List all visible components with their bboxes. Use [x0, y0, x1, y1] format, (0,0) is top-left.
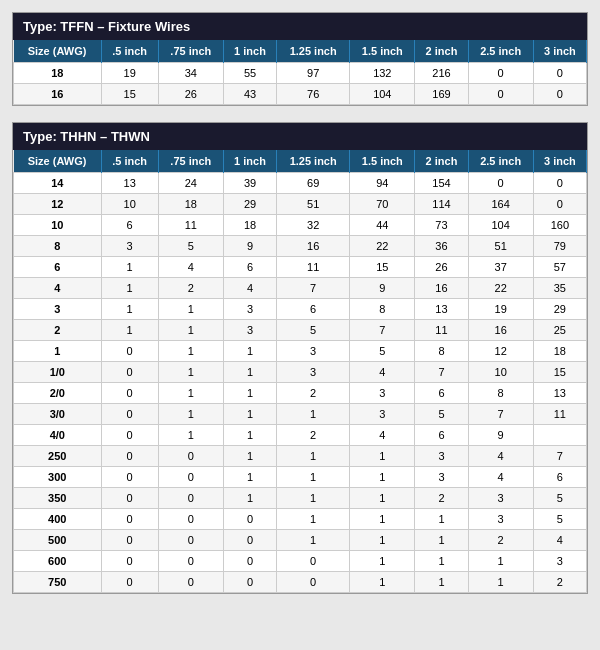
table-cell: 2	[533, 572, 586, 593]
table-cell: 11	[533, 404, 586, 425]
table-cell: 15	[350, 257, 415, 278]
table-cell: 0	[533, 63, 586, 84]
table-cell: 1	[158, 341, 223, 362]
table-cell: 69	[277, 173, 350, 194]
table-cell: 0	[158, 446, 223, 467]
table-cell: 1	[277, 488, 350, 509]
tffn-header: Type: TFFN – Fixture Wires	[13, 13, 587, 40]
table-cell: 2	[277, 383, 350, 404]
table-cell: 750	[14, 572, 102, 593]
table-cell: 0	[468, 84, 533, 105]
table-cell: 5	[533, 488, 586, 509]
table-cell: 3	[14, 299, 102, 320]
table-cell: 300	[14, 467, 102, 488]
table-cell: 5	[415, 404, 468, 425]
table-row: 14132439699415400	[14, 173, 587, 194]
table-cell: 1	[468, 551, 533, 572]
table-cell: 2	[158, 278, 223, 299]
table-cell: 164	[468, 194, 533, 215]
table-cell: 0	[101, 404, 158, 425]
table-cell: 132	[350, 63, 415, 84]
table-cell: 160	[533, 215, 586, 236]
table-cell: 70	[350, 194, 415, 215]
table-cell: 1/0	[14, 362, 102, 383]
column-header: 1.25 inch	[277, 40, 350, 63]
table-cell: 43	[223, 84, 276, 105]
table-cell: 13	[415, 299, 468, 320]
table-cell: 8	[14, 236, 102, 257]
table-cell: 6	[415, 425, 468, 446]
table-cell: 0	[101, 425, 158, 446]
thhn-table: Size (AWG).5 inch.75 inch1 inch1.25 inch…	[13, 150, 587, 593]
table-cell: 5	[277, 320, 350, 341]
table-cell: 3	[223, 299, 276, 320]
table-cell: 1	[415, 530, 468, 551]
table-cell: 3	[468, 509, 533, 530]
table-cell: 19	[468, 299, 533, 320]
table-cell: 0	[223, 509, 276, 530]
table-cell: 0	[158, 572, 223, 593]
table-cell: 7	[277, 278, 350, 299]
column-header: 2 inch	[415, 40, 468, 63]
table-cell: 10	[468, 362, 533, 383]
table-cell: 18	[533, 341, 586, 362]
column-header: 1 inch	[223, 40, 276, 63]
table-cell: 7	[415, 362, 468, 383]
table-cell: 216	[415, 63, 468, 84]
table-cell: 0	[101, 467, 158, 488]
table-cell: 0	[533, 84, 586, 105]
table-cell: 51	[468, 236, 533, 257]
column-header: .5 inch	[101, 40, 158, 63]
table-cell: 1	[158, 383, 223, 404]
table-cell: 16	[415, 278, 468, 299]
table-cell: 3	[101, 236, 158, 257]
table-cell: 18	[158, 194, 223, 215]
table-cell: 114	[415, 194, 468, 215]
table-cell: 19	[101, 63, 158, 84]
table-cell: 12	[468, 341, 533, 362]
table-row: 311368131929	[14, 299, 587, 320]
table-cell: 16	[14, 84, 102, 105]
table-cell: 1	[277, 404, 350, 425]
table-cell: 11	[415, 320, 468, 341]
column-header: 3 inch	[533, 150, 586, 173]
table-cell: 1	[350, 551, 415, 572]
table-cell: 6	[533, 467, 586, 488]
table-cell: 1	[223, 404, 276, 425]
table-cell: 37	[468, 257, 533, 278]
table-cell: 26	[158, 84, 223, 105]
table-cell: 4	[533, 530, 586, 551]
table-cell: 32	[277, 215, 350, 236]
table-row: 1210182951701141640	[14, 194, 587, 215]
table-cell: 1	[101, 257, 158, 278]
tffn-section: Type: TFFN – Fixture Wires Size (AWG).5 …	[12, 12, 588, 106]
table-cell: 2	[415, 488, 468, 509]
table-cell: 6	[14, 257, 102, 278]
table-cell: 10	[14, 215, 102, 236]
table-cell: 6	[415, 383, 468, 404]
table-row: 10113581218	[14, 341, 587, 362]
table-cell: 0	[223, 572, 276, 593]
table-row: 50000011124	[14, 530, 587, 551]
table-cell: 1	[158, 320, 223, 341]
table-cell: 0	[158, 551, 223, 572]
table-cell: 55	[223, 63, 276, 84]
table-cell: 500	[14, 530, 102, 551]
table-row: 60000001113	[14, 551, 587, 572]
table-cell: 8	[468, 383, 533, 404]
column-header: Size (AWG)	[14, 40, 102, 63]
table-cell: 4	[350, 362, 415, 383]
table-cell: 0	[101, 362, 158, 383]
table-cell: 3	[350, 383, 415, 404]
table-cell: 1	[350, 467, 415, 488]
table-cell: 4	[350, 425, 415, 446]
table-cell: 1	[223, 341, 276, 362]
table-cell: 3	[350, 404, 415, 425]
table-cell: 7	[533, 446, 586, 467]
table-cell: 10	[101, 194, 158, 215]
table-cell: 8	[350, 299, 415, 320]
table-cell: 13	[101, 173, 158, 194]
table-cell: 4	[223, 278, 276, 299]
table-cell: 1	[468, 572, 533, 593]
column-header: 2.5 inch	[468, 40, 533, 63]
